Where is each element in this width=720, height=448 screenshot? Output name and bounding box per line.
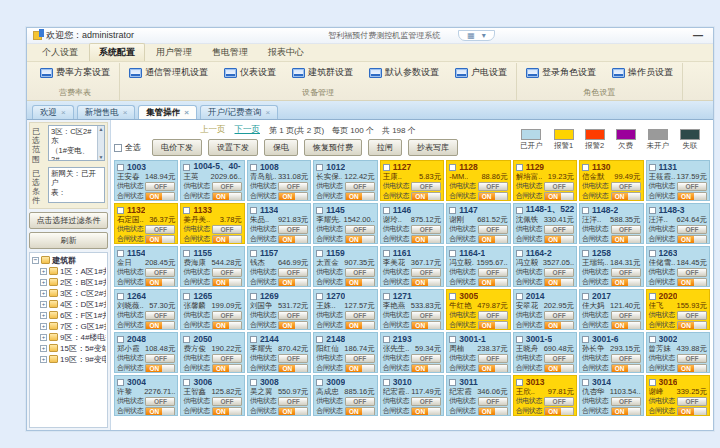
room-checkbox[interactable] (649, 293, 656, 300)
switch-status-toggle[interactable]: ON (611, 364, 641, 373)
doc-tab[interactable]: 集管操作× (138, 105, 197, 119)
room-checkbox[interactable] (383, 164, 390, 171)
ribbon-button[interactable]: 默认参数设置 (367, 65, 441, 80)
room-checkbox[interactable] (250, 379, 257, 386)
switch-status-toggle[interactable]: ON (677, 278, 707, 287)
doc-tab[interactable]: 欢迎× (32, 105, 74, 119)
switch-status-toggle[interactable]: ON (145, 192, 175, 201)
close-icon[interactable]: × (61, 109, 66, 117)
room-card[interactable]: 1129解培富..19.23元供电状态OFF合闸状态ON (513, 160, 577, 201)
select-filter-button[interactable]: 点击选择过滤条件 (29, 212, 108, 229)
supply-status-toggle[interactable]: OFF (478, 225, 508, 234)
room-card[interactable]: 1147谢刚681.52元供电状态OFF合闸状态ON (446, 203, 510, 244)
switch-status-toggle[interactable]: ON (677, 235, 707, 244)
room-checkbox[interactable] (516, 207, 523, 214)
room-checkbox[interactable] (649, 379, 656, 386)
ribbon-button[interactable]: 登录角色设置 (524, 65, 598, 80)
switch-status-toggle[interactable]: ON (411, 364, 441, 373)
room-card[interactable]: 1127王康..5.83元供电状态OFF合闸状态ON (380, 160, 444, 201)
supply-status-toggle[interactable]: OFF (278, 182, 308, 191)
room-checkbox[interactable] (117, 379, 124, 386)
room-checkbox[interactable] (183, 336, 190, 343)
supply-status-toggle[interactable]: OFF (411, 268, 441, 277)
room-card[interactable]: 1145李耀先..1542.00..供电状态OFF合闸状态ON (313, 203, 377, 244)
room-card[interactable]: 3008吴之翼550.97元供电状态OFF合闸状态ON (247, 375, 311, 416)
switch-status-toggle[interactable]: ON (212, 407, 242, 416)
room-checkbox[interactable] (449, 207, 456, 214)
room-card[interactable]: 2144李耀先870.42元供电状态OFF合闸状态ON (247, 332, 311, 373)
tree-item[interactable]: +1区：A区1#井 (32, 266, 106, 277)
room-checkbox[interactable] (117, 336, 124, 343)
room-checkbox[interactable] (316, 164, 323, 171)
supply-status-toggle[interactable]: OFF (145, 268, 175, 277)
room-checkbox[interactable] (449, 379, 456, 386)
ribbon-button[interactable]: 建筑群设置 (290, 65, 355, 80)
room-card[interactable]: 3001-5王晓舟690.48元供电状态OFF合闸状态ON (513, 332, 577, 373)
switch-status-toggle[interactable]: ON (411, 321, 441, 330)
doc-tab[interactable]: 开户/记费查询× (200, 105, 278, 119)
switch-status-toggle[interactable]: ON (677, 321, 707, 330)
condition-listbox[interactable]: 新网关：已开户 表： (48, 167, 105, 203)
room-card[interactable]: 1131王筱霞..137.59元供电状态OFF合闸状态ON (646, 160, 710, 201)
room-card[interactable]: 1012长实保..122.42元供电状态OFF合闸状态ON (313, 160, 377, 201)
supply-status-toggle[interactable]: OFF (677, 354, 707, 363)
scope-listbox[interactable]: 3区：C区2#东 （1#变电、2# 变电、（联… ▲▼ (48, 125, 105, 161)
room-card[interactable]: 1263佳储雪..184.45元供电状态OFF合闸状态ON (646, 246, 710, 287)
switch-status-toggle[interactable]: ON (677, 192, 707, 201)
room-checkbox[interactable] (250, 207, 257, 214)
room-checkbox[interactable] (250, 336, 257, 343)
tree-root[interactable]: − 建筑群 (32, 255, 106, 266)
supply-status-toggle[interactable]: OFF (677, 268, 707, 277)
supply-status-toggle[interactable]: OFF (478, 354, 508, 363)
tree-item[interactable]: +3区：C区2#井（1#… (32, 288, 106, 299)
switch-status-toggle[interactable]: ON (611, 407, 641, 416)
toolbar-button[interactable]: 设置下发 (208, 139, 258, 156)
room-card[interactable]: 3011纪宏霞346.06元供电状态OFF合闸状态ON (446, 375, 510, 416)
room-card[interactable]: 1265张馨麟199.09元供电状态OFF合闸状态ON (180, 289, 244, 330)
room-card[interactable]: 1154金日208.45元供电状态OFF合闸状态ON (114, 246, 178, 287)
supply-status-toggle[interactable]: OFF (212, 354, 242, 363)
scroll-up-icon[interactable]: ▲ (99, 126, 104, 132)
supply-status-toggle[interactable]: OFF (345, 397, 375, 406)
room-checkbox[interactable] (649, 250, 656, 257)
supply-status-toggle[interactable]: OFF (278, 354, 308, 363)
supply-status-toggle[interactable]: OFF (677, 182, 707, 191)
tree-item[interactable]: +4区：D区1#井（D区… (32, 299, 106, 310)
room-checkbox[interactable] (516, 250, 523, 257)
room-checkbox[interactable] (516, 379, 523, 386)
supply-status-toggle[interactable]: OFF (212, 397, 242, 406)
room-checkbox[interactable] (117, 164, 124, 171)
select-all[interactable]: 全选 (114, 142, 141, 153)
room-card[interactable]: 2050费方俊190.22元供电状态OFF合闸状态ON (180, 332, 244, 373)
room-checkbox[interactable] (649, 207, 656, 214)
room-card[interactable]: 1159太置金907.35元供电状态OFF合闸状态ON (313, 246, 377, 287)
ribbon-button[interactable]: 操作员设置 (610, 65, 675, 80)
supply-status-toggle[interactable]: OFF (411, 397, 441, 406)
switch-status-toggle[interactable]: ON (478, 321, 508, 330)
room-checkbox[interactable] (582, 336, 589, 343)
switch-status-toggle[interactable]: ON (212, 364, 242, 373)
switch-status-toggle[interactable]: ON (611, 192, 641, 201)
supply-status-toggle[interactable]: OFF (677, 311, 707, 320)
switch-status-toggle[interactable]: ON (411, 235, 441, 244)
switch-status-toggle[interactable]: ON (544, 364, 574, 373)
supply-status-toggle[interactable]: OFF (611, 225, 641, 234)
supply-status-toggle[interactable]: OFF (677, 225, 707, 234)
expand-icon[interactable]: + (40, 279, 47, 286)
supply-status-toggle[interactable]: OFF (478, 268, 508, 277)
switch-status-toggle[interactable]: ON (478, 407, 508, 416)
switch-status-toggle[interactable]: ON (145, 407, 175, 416)
doc-tab[interactable]: 新增售电× (77, 105, 136, 119)
expand-icon[interactable]: + (40, 323, 47, 330)
expand-icon[interactable]: + (40, 334, 47, 341)
supply-status-toggle[interactable]: OFF (278, 397, 308, 406)
refresh-button[interactable]: 刷新 (29, 232, 108, 249)
ribbon-button[interactable]: 仪表设置 (222, 65, 278, 80)
room-card[interactable]: 1164-1冯立毅..1595.67..供电状态OFF合闸状态ON (446, 246, 510, 287)
room-checkbox[interactable] (582, 207, 589, 214)
supply-status-toggle[interactable]: OFF (345, 225, 375, 234)
supply-status-toggle[interactable]: OFF (411, 354, 441, 363)
supply-status-toggle[interactable]: OFF (278, 311, 308, 320)
supply-status-toggle[interactable]: OFF (345, 182, 375, 191)
tree-item[interactable]: +9区：4#楼电井（4#… (32, 332, 106, 343)
